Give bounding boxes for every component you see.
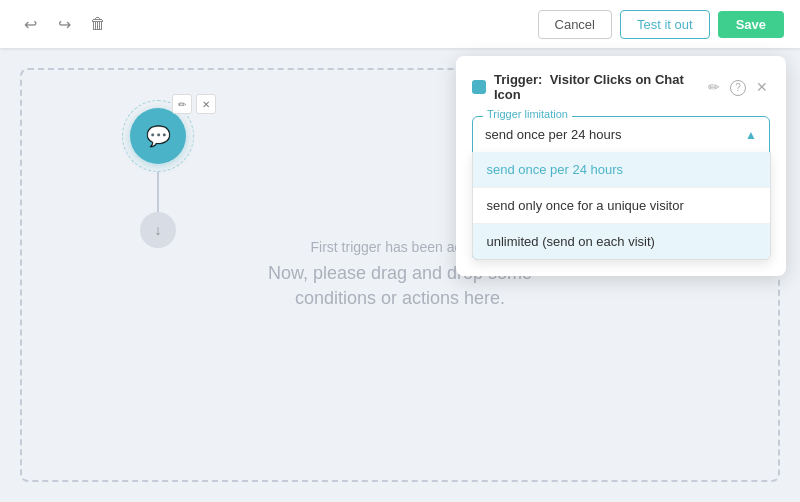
- trigger-node: 💬 ✏ ✕ ↓: [130, 108, 186, 248]
- panel-title: Trigger: Visitor Clicks on Chat Icon: [494, 72, 698, 102]
- trigger-limitation-dropdown[interactable]: Trigger limitation send once per 24 hour…: [472, 116, 770, 260]
- panel-color-indicator: [472, 80, 486, 94]
- add-action-button[interactable]: ↓: [140, 212, 176, 248]
- chat-icon: 💬: [146, 124, 171, 148]
- dropdown-arrow-icon: ▲: [745, 128, 757, 142]
- delete-button[interactable]: 🗑: [84, 10, 112, 38]
- node-circle[interactable]: 💬 ✏ ✕: [130, 108, 186, 164]
- panel-edit-button[interactable]: ✏: [706, 77, 722, 97]
- node-edit-button[interactable]: ✏: [172, 94, 192, 114]
- info-icon: ?: [730, 80, 746, 96]
- connector-line: [157, 172, 159, 212]
- panel-info-button[interactable]: ?: [728, 76, 748, 98]
- dropdown-option-3[interactable]: unlimited (send on each visit): [473, 224, 770, 259]
- dropdown-option-1[interactable]: send once per 24 hours: [473, 152, 770, 188]
- node-delete-button[interactable]: ✕: [196, 94, 216, 114]
- trigger-panel: Trigger: Visitor Clicks on Chat Icon ✏ ?…: [456, 56, 786, 276]
- toolbar: ↩ ↪ 🗑 Cancel Test it out Save: [0, 0, 800, 48]
- save-button[interactable]: Save: [718, 11, 784, 38]
- selected-text: send once per 24 hours: [485, 127, 622, 142]
- panel-close-button[interactable]: ✕: [754, 77, 770, 97]
- test-button[interactable]: Test it out: [620, 10, 710, 39]
- panel-icon-group: ✏ ? ✕: [706, 76, 770, 98]
- panel-header: Trigger: Visitor Clicks on Chat Icon ✏ ?…: [472, 72, 770, 102]
- dropdown-option-2[interactable]: send only once for a unique visitor: [473, 188, 770, 224]
- redo-button[interactable]: ↪: [50, 10, 78, 38]
- toolbar-left-actions: ↩ ↪ 🗑: [16, 10, 112, 38]
- dropdown-label: Trigger limitation: [483, 108, 572, 120]
- undo-button[interactable]: ↩: [16, 10, 44, 38]
- node-actions: ✏ ✕: [172, 94, 216, 114]
- dropdown-selected-value[interactable]: send once per 24 hours ▲: [473, 117, 769, 152]
- panel-title-prefix: Trigger:: [494, 72, 542, 87]
- dropdown-options-list: send once per 24 hours send only once fo…: [472, 152, 771, 260]
- cancel-button[interactable]: Cancel: [538, 10, 612, 39]
